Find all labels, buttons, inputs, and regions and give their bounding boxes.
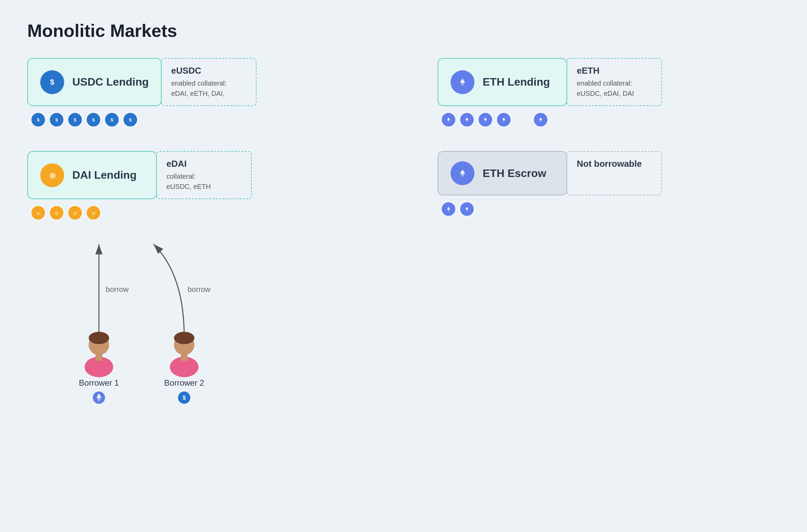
- eth-lending-section: ETH Lending eETH enabled collateral: eUS…: [438, 58, 780, 127]
- dai-lending-label: DAI Lending: [72, 169, 136, 181]
- eth-coin-icon: [451, 70, 474, 94]
- usdc-coin-icon: $: [40, 70, 64, 94]
- eth-escrow-small-coin-1: [441, 202, 456, 217]
- usdc-lending-card: $ USDC Lending: [27, 58, 162, 106]
- svg-text:$: $: [111, 117, 113, 122]
- row-gap: [27, 127, 780, 151]
- dai-lending-section: ◎ DAI Lending eDAI collateral: eUSDC, eE…: [27, 151, 369, 367]
- usdc-dashed-line1: enabled collateral:: [171, 78, 246, 88]
- page-title: Monolitic Markets: [27, 20, 780, 41]
- usdc-dashed-title: eUSDC: [171, 65, 246, 76]
- usdc-coin-row: $ $ $ $ $ $: [27, 112, 369, 127]
- svg-text:◎: ◎: [92, 211, 95, 216]
- svg-text:borrow: borrow: [188, 285, 210, 294]
- eth-small-coin-2: [459, 112, 474, 127]
- usdc-dashed-box: eUSDC enabled collateral: eDAI, eETH, DA…: [161, 58, 256, 106]
- dai-coin-row: ◎ ◎ ◎ ◎: [27, 205, 369, 220]
- svg-text:$: $: [55, 117, 58, 122]
- top-sections: $ USDC Lending eUSDC enabled collateral:…: [27, 58, 780, 127]
- svg-rect-54: [181, 353, 188, 361]
- eth-lending-row: ETH Lending eETH enabled collateral: eUS…: [438, 58, 780, 106]
- eth-escrow-coin-row: [438, 202, 780, 217]
- usdc-small-coin-5: $: [104, 112, 119, 127]
- eth-small-coin-3: [478, 112, 493, 127]
- eth-escrow-small-coin-2: [459, 202, 474, 217]
- page-container: Monolitic Markets $ USDC Lending eUSDC e…: [0, 0, 807, 387]
- eth-lending-dashed-box: eETH enabled collateral: eUSDC, eDAI, DA…: [567, 58, 662, 106]
- borrower-diagram-svg: borrow borrow: [27, 224, 266, 367]
- dai-lending-dashed-line2: eUSDC, eETH: [166, 181, 241, 192]
- eth-escrow-dashed-title: Not borrowable: [577, 159, 652, 169]
- svg-text:$: $: [37, 117, 40, 122]
- svg-text:Borrower 2: Borrower 2: [164, 378, 204, 387]
- svg-text:$: $: [92, 117, 95, 122]
- svg-text:$: $: [50, 78, 54, 86]
- svg-text:◎: ◎: [49, 172, 56, 179]
- eth-small-coin-5: [533, 112, 548, 127]
- usdc-small-coin-3: $: [68, 112, 83, 127]
- usdc-lending-label: USDC Lending: [72, 76, 149, 88]
- eth-lending-dashed-line2: eUSDC, eDAI, DAI: [577, 88, 652, 99]
- usdc-small-coin-2: $: [49, 112, 64, 127]
- svg-text:borrow: borrow: [106, 285, 129, 294]
- dai-lending-row: ◎ DAI Lending eDAI collateral: eUSDC, eE…: [27, 151, 369, 199]
- usdc-lending-row: $ USDC Lending eUSDC enabled collateral:…: [27, 58, 369, 106]
- svg-text:◎: ◎: [55, 211, 58, 216]
- eth-lending-card: ETH Lending: [438, 58, 567, 106]
- bottom-sections: ◎ DAI Lending eDAI collateral: eUSDC, eE…: [27, 151, 780, 367]
- svg-text:$: $: [74, 117, 76, 122]
- eth-escrow-card: ETH Escrow: [438, 151, 567, 195]
- usdc-small-coin-6: $: [123, 112, 138, 127]
- svg-text:Borrower 1: Borrower 1: [79, 378, 119, 387]
- eth-escrow-label: ETH Escrow: [483, 167, 546, 180]
- svg-point-52: [174, 332, 194, 344]
- usdc-small-coin-1: $: [31, 112, 46, 127]
- dai-small-coin-3: ◎: [68, 205, 83, 220]
- eth-escrow-dashed-box: Not borrowable: [567, 151, 662, 195]
- dai-lending-card: ◎ DAI Lending: [27, 151, 157, 199]
- dai-lending-dashed-box: eDAI collateral: eUSDC, eETH: [156, 151, 252, 199]
- dai-lending-dashed-line1: collateral:: [166, 171, 241, 181]
- svg-point-48: [89, 332, 109, 344]
- dai-small-coin-2: ◎: [49, 205, 64, 220]
- eth-lending-dashed-title: eETH: [577, 65, 652, 76]
- dai-small-coin-4: ◎: [86, 205, 101, 220]
- svg-text:$: $: [183, 395, 186, 401]
- eth-small-coin-1: [441, 112, 456, 127]
- eth-escrow-section: ETH Escrow Not borrowable: [438, 151, 780, 367]
- dai-coin-icon: ◎: [40, 163, 64, 187]
- dai-small-coin-1: ◎: [31, 205, 46, 220]
- eth-escrow-coin-icon: [451, 161, 474, 185]
- eth-escrow-row: ETH Escrow Not borrowable: [438, 151, 780, 195]
- svg-text:◎: ◎: [36, 211, 40, 216]
- svg-rect-50: [96, 353, 102, 361]
- usdc-small-coin-4: $: [86, 112, 101, 127]
- usdc-dashed-line2: eDAI, eETH, DAI,: [171, 88, 246, 99]
- svg-text:◎: ◎: [73, 211, 77, 216]
- svg-text:$: $: [129, 117, 132, 122]
- dai-lending-dashed-title: eDAI: [166, 159, 241, 169]
- eth-coin-row: [438, 112, 780, 127]
- eth-lending-label: ETH Lending: [483, 76, 550, 88]
- eth-small-coin-4: [496, 112, 511, 127]
- usdc-lending-section: $ USDC Lending eUSDC enabled collateral:…: [27, 58, 369, 127]
- eth-lending-dashed-line1: enabled collateral:: [577, 78, 652, 88]
